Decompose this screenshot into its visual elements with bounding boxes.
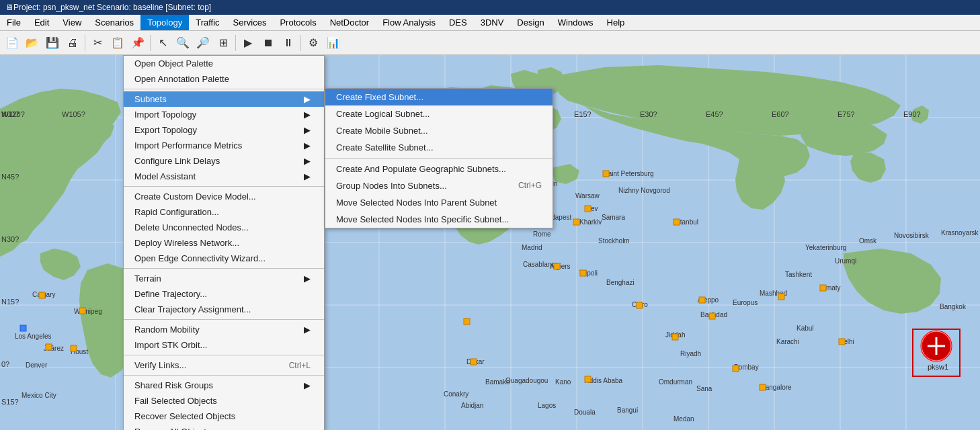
svg-rect-99	[760, 384, 766, 390]
menu-subnets[interactable]: Subnets ▶	[124, 91, 324, 107]
menu-open-annotation-palette[interactable]: Open Annotation Palette	[124, 71, 324, 87]
svg-text:Benghazi: Benghazi	[606, 279, 635, 286]
toolbar-run[interactable]: ▶	[239, 34, 257, 52]
submenu-sep1	[325, 158, 553, 159]
svg-rect-80	[46, 344, 52, 350]
submenu-group-nodes[interactable]: Group Nodes Into Subnets... Ctrl+G	[325, 177, 553, 194]
sep1	[124, 89, 324, 89]
menu-fail-selected-objects[interactable]: Fail Selected Objects	[124, 393, 324, 408]
submenu-create-and-populate[interactable]: Create And Populate Geographic Subnets..…	[325, 161, 553, 177]
menu-export-topology[interactable]: Export Topology ▶	[124, 122, 324, 138]
toolbar-select[interactable]: ↖	[153, 34, 172, 52]
svg-rect-87	[673, 219, 680, 225]
submenu-arrow: ▶	[304, 156, 311, 166]
menu-services[interactable]: Services	[227, 15, 274, 30]
menu-verify-links[interactable]: Verify Links... Ctrl+L	[124, 357, 324, 373]
menu-model-assistant[interactable]: Model Assistant ▶	[124, 169, 324, 184]
toolbar-cut[interactable]: ✂	[88, 34, 107, 52]
map-area[interactable]: Calgary Winnipeg Los Angeles Juárez Hous…	[0, 55, 980, 430]
title-text: Project: psn_pksw_net Scenario: baseline…	[13, 3, 211, 12]
svg-text:Winnipeg: Winnipeg	[74, 308, 102, 315]
menu-shared-risk-groups[interactable]: Shared Risk Groups ▶	[124, 378, 324, 393]
menu-recover-selected-objects[interactable]: Recover Selected Objects	[124, 408, 324, 424]
menu-traffic[interactable]: Traffic	[189, 15, 226, 30]
menu-topology[interactable]: Topology	[140, 15, 189, 30]
toolbar-open[interactable]: 📂	[23, 34, 42, 52]
toolbar-save[interactable]: 💾	[43, 34, 62, 52]
submenu-move-into-parent[interactable]: Move Selected Nodes Into Parent Subnet	[325, 194, 553, 211]
menu-des[interactable]: DES	[442, 15, 474, 30]
menu-help[interactable]: Help	[600, 15, 632, 30]
toolbar-paste[interactable]: 📌	[128, 34, 147, 52]
toolbar-pause[interactable]: ⏸	[279, 34, 298, 52]
menu-view[interactable]: View	[56, 15, 88, 30]
toolbar-zoom-in[interactable]: 🔍	[173, 34, 192, 52]
toolbar-stats[interactable]: 📊	[324, 34, 343, 52]
menu-flow-analysis[interactable]: Flow Analysis	[376, 15, 442, 30]
title-icon: 🖥	[5, 3, 13, 12]
toolbar-fit[interactable]: ⊞	[214, 34, 233, 52]
svg-text:pksw1: pksw1	[928, 363, 948, 371]
menu-deploy-wireless-network[interactable]: Deploy Wireless Network...	[124, 235, 324, 251]
menu-design[interactable]: Design	[510, 15, 550, 30]
submenu-move-into-specific[interactable]: Move Selected Nodes Into Specific Subnet…	[325, 211, 553, 228]
submenu-arrow: ▶	[304, 273, 311, 284]
sep3	[124, 268, 324, 269]
subnets-submenu: Create Fixed Subnet... Create Logical Su…	[325, 88, 553, 228]
toolbar: 📄 📂 💾 🖨 ✂ 📋 📌 ↖ 🔍 🔎 ⊞ ▶ ⏹ ⏸ ⚙ 📊	[0, 31, 980, 55]
svg-text:Urumqi: Urumqi	[835, 257, 856, 265]
toolbar-print[interactable]: 🖨	[63, 34, 82, 52]
menu-delete-unconnected-nodes[interactable]: Delete Unconnected Nodes...	[124, 220, 324, 235]
toolbar-copy[interactable]: 📋	[108, 34, 127, 52]
toolbar-zoom-out[interactable]: 🔎	[194, 34, 212, 52]
svg-text:Los Angeles: Los Angeles	[15, 333, 52, 340]
menu-configure-link-delays[interactable]: Configure Link Delays ▶	[124, 153, 324, 169]
menu-import-stk-orbit[interactable]: Import STK Orbit...	[124, 337, 324, 353]
menu-windows[interactable]: Windows	[551, 15, 600, 30]
svg-rect-96	[820, 285, 826, 291]
menu-open-edge-connectivity-wizard[interactable]: Open Edge Connectivity Wizard...	[124, 251, 324, 266]
menu-edit[interactable]: Edit	[28, 15, 56, 30]
menu-recover-all-objects[interactable]: Recover All Objects	[124, 424, 324, 430]
menu-random-mobility[interactable]: Random Mobility ▶	[124, 322, 324, 337]
submenu-create-fixed-subnet[interactable]: Create Fixed Subnet...	[325, 89, 553, 105]
svg-text:Kabul: Kabul	[797, 325, 814, 332]
menu-clear-trajectory-assignment[interactable]: Clear Trajectory Assignment...	[124, 302, 324, 317]
menu-rapid-configuration[interactable]: Rapid Configuration...	[124, 204, 324, 220]
svg-text:Bangui: Bangui	[617, 406, 638, 414]
menu-import-performance-metrics[interactable]: Import Performance Metrics ▶	[124, 138, 324, 153]
svg-text:Karachi: Karachi	[776, 338, 799, 345]
svg-rect-86	[603, 171, 609, 177]
menu-netdoctor[interactable]: NetDoctor	[323, 15, 376, 30]
menu-define-trajectory[interactable]: Define Trajectory...	[124, 286, 324, 302]
submenu-create-mobile-subnet[interactable]: Create Mobile Subnet...	[325, 122, 553, 139]
menu-import-topology[interactable]: Import Topology ▶	[124, 107, 324, 122]
svg-rect-91	[637, 302, 643, 308]
toolbar-stop[interactable]: ⏹	[259, 34, 278, 52]
svg-text:Denver: Denver	[26, 361, 48, 369]
submenu-arrow: ▶	[304, 140, 311, 150]
svg-rect-88	[573, 219, 579, 225]
submenu-create-satellite-subnet[interactable]: Create Satellite Subnet...	[325, 139, 553, 156]
menu-3dnv[interactable]: 3DNV	[474, 15, 511, 30]
svg-rect-81	[71, 345, 77, 351]
svg-text:Lagos: Lagos	[538, 402, 556, 409]
toolbar-new[interactable]: 📄	[3, 34, 22, 52]
sep5	[124, 355, 324, 355]
menu-protocols[interactable]: Protocols	[273, 15, 323, 30]
menu-file[interactable]: File	[0, 15, 28, 30]
menu-open-object-palette[interactable]: Open Object Palette	[124, 56, 324, 71]
submenu-create-logical-subnet[interactable]: Create Logical Subnet...	[325, 105, 553, 122]
shortcut-verify-links: Ctrl+L	[289, 361, 311, 370]
svg-text:Krasnoyarsk: Krasnoyarsk	[941, 229, 979, 236]
menu-create-custom-device-model[interactable]: Create Custom Device Model...	[124, 189, 324, 204]
toolbar-sep1	[85, 35, 85, 51]
menu-terrain[interactable]: Terrain ▶	[124, 271, 324, 286]
shortcut-group-nodes: Ctrl+G	[518, 181, 542, 191]
toolbar-config[interactable]: ⚙	[304, 34, 323, 52]
svg-rect-79	[20, 325, 26, 331]
svg-text:Conakry: Conakry	[444, 390, 468, 398]
submenu-arrow: ▶	[304, 110, 311, 120]
menu-scenarios[interactable]: Scenarios	[88, 15, 140, 30]
svg-text:Kharkiv: Kharkiv	[579, 218, 602, 226]
